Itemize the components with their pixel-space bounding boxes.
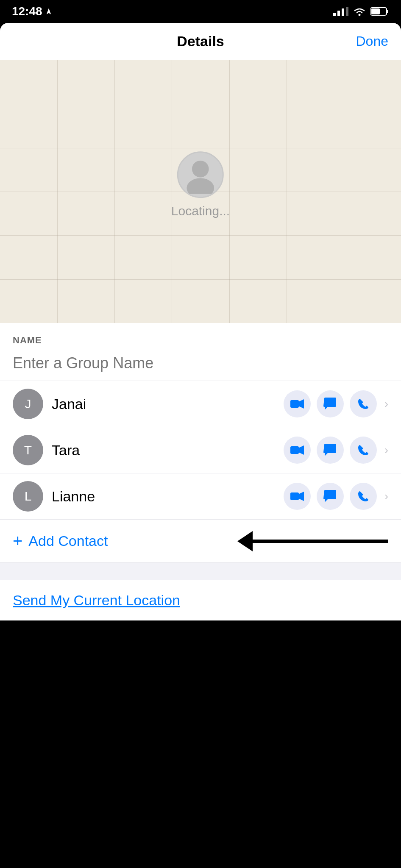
grid-line-h2 — [0, 148, 401, 148]
svg-rect-1 — [337, 11, 340, 16]
grid-line-v6 — [344, 60, 344, 323]
contacts-list: J Janai — [0, 381, 401, 520]
contact-avatar-t: T — [13, 435, 43, 465]
add-contact-label: Add Contact — [28, 533, 108, 549]
message-button-janai[interactable] — [317, 390, 344, 417]
message-button-tara[interactable] — [317, 437, 344, 464]
status-time: 12:48 — [12, 5, 53, 18]
phone-icon-tara — [357, 444, 369, 456]
contact-actions-janai: › — [284, 390, 388, 417]
contact-name-lianne: Lianne — [52, 488, 275, 505]
chat-icon-lianne — [323, 490, 337, 503]
location-icon — [45, 8, 53, 15]
grid-line-v2 — [114, 60, 115, 323]
video-icon — [290, 399, 304, 409]
svg-rect-3 — [346, 7, 348, 16]
nav-title: Details — [177, 33, 224, 50]
phone-icon-lianne — [357, 490, 369, 502]
contact-name-janai: Janai — [52, 396, 275, 412]
map-avatar-container: Locating... — [171, 151, 230, 218]
main-container: Details Done — [0, 23, 401, 620]
video-icon-tara — [290, 445, 304, 455]
video-call-button-janai[interactable] — [284, 390, 311, 417]
grid-line-h5 — [0, 279, 401, 280]
video-call-button-lianne[interactable] — [284, 483, 311, 510]
person-icon — [181, 156, 220, 194]
add-contact-button[interactable]: + Add Contact — [13, 531, 108, 551]
message-button-lianne[interactable] — [317, 483, 344, 510]
status-bar: 12:48 — [0, 0, 401, 23]
contact-actions-lianne: › — [284, 483, 388, 510]
phone-button-janai[interactable] — [350, 390, 377, 417]
svg-marker-15 — [299, 492, 304, 501]
map-avatar — [177, 151, 224, 198]
contact-actions-tara: › — [284, 437, 388, 464]
chevron-lianne: › — [384, 490, 388, 503]
grid-line-h1 — [0, 104, 401, 104]
phone-icon-janai — [357, 398, 369, 410]
grid-line-v1 — [57, 60, 58, 323]
locating-text: Locating... — [171, 204, 230, 218]
send-location-row[interactable]: Send My Current Location — [0, 580, 401, 620]
separator-area — [0, 563, 401, 580]
svg-rect-6 — [387, 10, 388, 13]
grid-line-h4 — [0, 235, 401, 236]
map-area: Locating... — [0, 60, 401, 323]
wifi-icon — [353, 6, 366, 17]
svg-rect-2 — [342, 8, 344, 16]
svg-rect-10 — [290, 400, 299, 408]
video-icon-lianne — [290, 492, 304, 501]
group-name-input[interactable] — [13, 350, 388, 381]
contact-row-tara: T Tara — [0, 427, 401, 473]
add-contact-plus: + — [13, 531, 22, 551]
svg-rect-14 — [290, 492, 299, 500]
time-display: 12:48 — [12, 5, 42, 18]
name-section: NAME — [0, 323, 401, 381]
svg-rect-12 — [290, 446, 299, 454]
arrow-line — [253, 540, 388, 543]
chat-icon — [323, 398, 337, 410]
svg-rect-0 — [333, 13, 336, 16]
video-call-button-tara[interactable] — [284, 437, 311, 464]
contact-row-janai: J Janai — [0, 381, 401, 427]
phone-button-tara[interactable] — [350, 437, 377, 464]
contact-avatar-l: L — [13, 481, 43, 512]
svg-rect-7 — [371, 8, 380, 14]
arrow-annotation — [253, 540, 388, 543]
arrow-graphic — [253, 540, 388, 543]
contact-avatar-j: J — [13, 389, 43, 419]
chevron-janai: › — [384, 397, 388, 411]
status-icons — [333, 6, 389, 17]
add-contact-row: + Add Contact — [0, 520, 401, 563]
svg-marker-11 — [299, 399, 304, 409]
signal-icon — [333, 7, 348, 16]
svg-point-4 — [359, 14, 361, 16]
done-button[interactable]: Done — [356, 33, 389, 49]
contact-row-lianne: L Lianne — [0, 473, 401, 520]
grid-line-v5 — [287, 60, 287, 323]
send-location-button[interactable]: Send My Current Location — [13, 592, 180, 608]
chevron-tara: › — [384, 443, 388, 457]
chat-icon-tara — [323, 444, 337, 456]
battery-icon — [370, 7, 389, 16]
svg-point-9 — [187, 178, 214, 194]
phone-button-lianne[interactable] — [350, 483, 377, 510]
arrow-head — [237, 531, 253, 551]
contact-name-tara: Tara — [52, 442, 275, 459]
nav-bar: Details Done — [0, 23, 401, 60]
name-label: NAME — [13, 335, 388, 346]
svg-point-8 — [192, 161, 209, 178]
svg-marker-13 — [299, 445, 304, 455]
